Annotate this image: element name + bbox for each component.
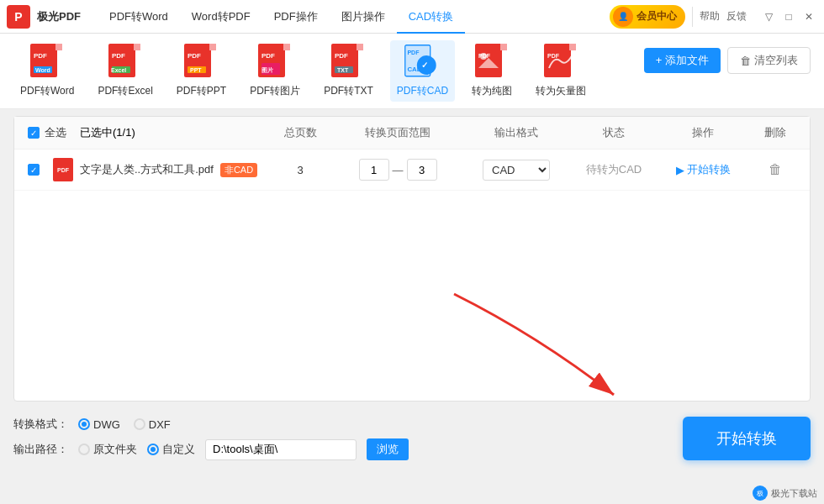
svg-rect-26 [357, 44, 363, 50]
toolbar: Word PDF PDF转Word Excel PDF PDF转Excel [0, 34, 824, 109]
file-name-cell: PDF 文字是人类..方式和工具.pdf 非CAD [53, 158, 261, 181]
svg-rect-2 [55, 44, 62, 50]
original-folder-option[interactable]: 原文件夹 [78, 442, 137, 457]
svg-text:PDF: PDF [335, 52, 348, 60]
nav-menu: PDF转Word Word转PDF PDF操作 图片操作 CAD转换 [98, 0, 610, 34]
svg-rect-42 [544, 44, 571, 77]
original-radio[interactable] [78, 444, 90, 455]
pdf2txt-icon: TXT PDF [330, 44, 367, 81]
action-cell: ▶ 开始转换 [665, 162, 741, 177]
dwg-radio[interactable] [78, 418, 90, 430]
table-row: ✓ PDF 文字是人类..方式和工具.pdf 非CAD 3 — CAD 待转为C… [14, 150, 810, 191]
output-path-input[interactable] [205, 439, 357, 460]
nav-item-image-ops[interactable]: 图片操作 [330, 0, 397, 34]
non-cad-badge: 非CAD [220, 163, 257, 177]
bottom-section: 转换格式： DWG DXF 输出路径： 原文件夹 自定义 [0, 408, 824, 469]
watermark: 极 极光下载站 [753, 486, 817, 501]
svg-text:PDF: PDF [112, 52, 125, 60]
nav-item-cad[interactable]: CAD转换 [397, 0, 465, 34]
pdf-file-icon: PDF [53, 158, 73, 181]
output-label: 输出路径： [13, 442, 68, 457]
pdf2excel-icon: Excel PDF [107, 44, 144, 81]
file-name-text: 文字是人类..方式和工具.pdf [80, 162, 214, 177]
select-all-checkbox[interactable]: ✓ [28, 127, 40, 139]
browse-button[interactable]: 浏览 [367, 438, 409, 460]
select-all-control[interactable]: ✓ 全选 [28, 125, 66, 140]
svg-text:TXT: TXT [337, 67, 349, 73]
status-cell: 待转为CAD [576, 162, 652, 177]
col-delete-header: 删除 [754, 125, 796, 140]
dxf-radio[interactable] [134, 418, 145, 430]
svg-text:PDF: PDF [408, 50, 420, 55]
nav-item-word2pdf[interactable]: Word转PDF [180, 0, 262, 34]
pdf2word-icon: Word PDF [29, 44, 66, 81]
window-controls: ▽ □ ✕ [760, 8, 817, 25]
to-plain-icon: PDF [473, 44, 510, 81]
toolbar-pdf2word[interactable]: Word PDF PDF转Word [13, 40, 81, 102]
format-radio-group: DWG DXF [78, 418, 171, 431]
nav-item-pdf-ops[interactable]: PDF操作 [262, 0, 330, 34]
toolbar-pdf2ppt[interactable]: PPT PDF PDF转PPT [170, 40, 233, 102]
member-center-button[interactable]: 👤 会员中心 [610, 5, 685, 29]
svg-text:PPT: PPT [190, 67, 202, 73]
svg-rect-8 [134, 44, 140, 50]
format-cell: CAD [470, 160, 563, 181]
delete-row-button[interactable]: 🗑 [769, 162, 782, 177]
title-bar: P 极光PDF PDF转Word Word转PDF PDF操作 图片操作 CAD… [0, 0, 824, 34]
pdf2ppt-icon: PPT PDF [182, 44, 219, 81]
row-checkbox[interactable]: ✓ [28, 164, 40, 176]
toolbar-pdf2txt[interactable]: TXT PDF PDF转TXT [317, 40, 380, 102]
svg-text:PDF: PDF [188, 52, 201, 60]
play-icon: ▶ [676, 164, 684, 176]
range-end-input[interactable] [407, 159, 437, 181]
svg-text:PDF: PDF [547, 53, 560, 59]
svg-text:PDF: PDF [261, 52, 275, 60]
toolbar-to-vector[interactable]: PDF 转为矢量图 [529, 40, 593, 102]
app-logo: P [7, 5, 30, 29]
svg-text:PDF: PDF [34, 52, 47, 60]
format-row: 转换格式： DWG DXF [13, 417, 409, 432]
svg-text:PDF: PDF [478, 53, 491, 59]
col-pages-header: 总页数 [275, 125, 325, 140]
start-convert-button[interactable]: 开始转换 [683, 417, 811, 460]
start-convert-row-button[interactable]: ▶ 开始转换 [676, 162, 731, 177]
pdf2cad-icon: ✓ CAD PDF [404, 44, 441, 81]
svg-text:✓: ✓ [422, 60, 429, 70]
app-name: 极光PDF [37, 9, 81, 24]
trash-icon: 🗑 [740, 55, 751, 67]
dwg-option[interactable]: DWG [78, 418, 120, 431]
format-select[interactable]: CAD [483, 160, 550, 181]
col-action-header: 操作 [665, 125, 741, 140]
avatar: 👤 [613, 7, 633, 27]
range-start-input[interactable] [359, 159, 389, 181]
restore-button[interactable]: □ [780, 8, 797, 25]
minimize-button[interactable]: ▽ [760, 8, 777, 25]
col-status-header: 状态 [576, 125, 652, 140]
format-section: 转换格式： DWG DXF 输出路径： 原文件夹 自定义 [13, 417, 409, 460]
add-file-button[interactable]: + 添加文件 [644, 48, 721, 73]
main-content: ✓ 全选 已选中(1/1) 总页数 转换页面范围 输出格式 状态 操作 删除 ✓… [13, 116, 811, 402]
toolbar-pdf2cad[interactable]: ✓ CAD PDF PDF转CAD [390, 40, 455, 102]
action-buttons: + 添加文件 🗑 清空列表 [644, 40, 811, 74]
toolbar-pdf2img[interactable]: 图片 PDF PDF转图片 [243, 40, 307, 102]
page-range-cell: — [339, 159, 457, 181]
dxf-option[interactable]: DXF [134, 418, 171, 431]
nav-item-pdf2word[interactable]: PDF转Word [98, 0, 180, 34]
col-range-header: 转换页面范围 [339, 125, 457, 140]
watermark-text: 极光下载站 [771, 487, 817, 500]
svg-rect-20 [283, 44, 290, 50]
svg-text:CAD: CAD [408, 66, 422, 73]
toolbar-to-plain[interactable]: PDF 转为纯图 [465, 40, 519, 102]
range-separator: — [393, 164, 404, 176]
svg-text:图片: 图片 [261, 66, 274, 73]
feedback-button[interactable]: 反馈 [726, 9, 747, 24]
custom-radio[interactable] [147, 444, 159, 455]
watermark-logo: 极 [753, 486, 768, 501]
close-button[interactable]: ✕ [800, 8, 817, 25]
custom-folder-option[interactable]: 自定义 [147, 442, 195, 457]
separator [692, 7, 693, 27]
help-button[interactable]: 帮助 [700, 9, 720, 24]
toolbar-pdf2excel[interactable]: Excel PDF PDF转Excel [91, 40, 159, 102]
title-bar-right: 👤 会员中心 帮助 反馈 ▽ □ ✕ [610, 5, 817, 29]
clear-list-button[interactable]: 🗑 清空列表 [727, 47, 811, 74]
